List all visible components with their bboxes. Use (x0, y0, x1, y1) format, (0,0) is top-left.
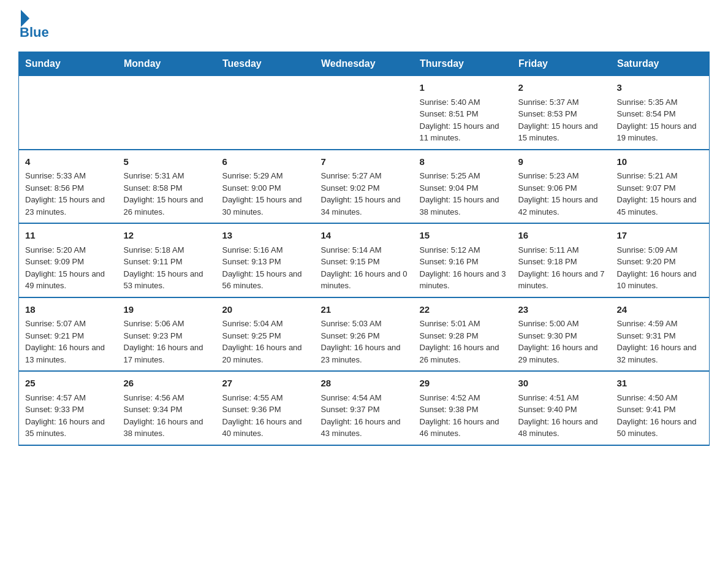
day-info: Sunrise: 4:56 AM Sunset: 9:34 PM Dayligh… (124, 392, 210, 440)
day-number: 2 (518, 81, 605, 95)
calendar-day-cell: 3Sunrise: 5:35 AM Sunset: 8:54 PM Daylig… (611, 76, 710, 150)
day-info: Sunrise: 5:16 AM Sunset: 9:13 PM Dayligh… (222, 244, 309, 292)
day-info: Sunrise: 5:23 AM Sunset: 9:06 PM Dayligh… (518, 170, 605, 218)
day-number: 9 (518, 155, 605, 169)
day-info: Sunrise: 4:57 AM Sunset: 9:33 PM Dayligh… (25, 392, 112, 440)
day-number: 31 (617, 377, 703, 391)
day-number: 8 (420, 155, 506, 169)
logo: Blue (18, 12, 49, 40)
day-info: Sunrise: 4:54 AM Sunset: 9:37 PM Dayligh… (321, 392, 408, 440)
day-info: Sunrise: 5:18 AM Sunset: 9:11 PM Dayligh… (124, 244, 210, 292)
day-info: Sunrise: 5:06 AM Sunset: 9:23 PM Dayligh… (124, 318, 210, 366)
calendar-day-cell: 30Sunrise: 4:51 AM Sunset: 9:40 PM Dayli… (512, 371, 611, 445)
day-number: 23 (518, 303, 605, 317)
day-number: 11 (25, 229, 112, 243)
day-number: 19 (124, 303, 210, 317)
day-info: Sunrise: 5:07 AM Sunset: 9:21 PM Dayligh… (25, 318, 112, 366)
page-header: Blue (18, 12, 710, 40)
day-info: Sunrise: 5:25 AM Sunset: 9:04 PM Dayligh… (420, 170, 506, 218)
calendar-day-cell: 22Sunrise: 5:01 AM Sunset: 9:28 PM Dayli… (414, 297, 512, 372)
calendar-week-row: 1Sunrise: 5:40 AM Sunset: 8:51 PM Daylig… (19, 76, 710, 150)
day-number: 25 (25, 377, 112, 391)
weekday-header-friday: Friday (512, 52, 611, 76)
day-info: Sunrise: 5:11 AM Sunset: 9:18 PM Dayligh… (518, 244, 605, 292)
day-info: Sunrise: 5:12 AM Sunset: 9:16 PM Dayligh… (420, 244, 506, 292)
calendar-week-row: 25Sunrise: 4:57 AM Sunset: 9:33 PM Dayli… (19, 371, 710, 445)
day-number: 1 (420, 81, 506, 95)
calendar-day-cell: 4Sunrise: 5:33 AM Sunset: 8:56 PM Daylig… (19, 150, 118, 224)
day-number: 21 (321, 303, 408, 317)
day-info: Sunrise: 5:31 AM Sunset: 8:58 PM Dayligh… (124, 170, 210, 218)
day-number: 13 (222, 229, 309, 243)
day-info: Sunrise: 5:00 AM Sunset: 9:30 PM Dayligh… (518, 318, 605, 366)
day-info: Sunrise: 4:51 AM Sunset: 9:40 PM Dayligh… (518, 392, 605, 440)
day-number: 10 (617, 155, 703, 169)
calendar-day-cell: 15Sunrise: 5:12 AM Sunset: 9:16 PM Dayli… (414, 223, 512, 297)
calendar-day-cell: 14Sunrise: 5:14 AM Sunset: 9:15 PM Dayli… (315, 223, 414, 297)
day-number: 12 (124, 229, 210, 243)
day-info: Sunrise: 5:40 AM Sunset: 8:51 PM Dayligh… (420, 96, 506, 144)
logo-bottom-text: Blue (20, 25, 49, 40)
calendar-day-cell: 7Sunrise: 5:27 AM Sunset: 9:02 PM Daylig… (315, 150, 414, 224)
day-number: 24 (617, 303, 703, 317)
calendar-day-cell: 21Sunrise: 5:03 AM Sunset: 9:26 PM Dayli… (315, 297, 414, 372)
day-number: 28 (321, 377, 408, 391)
day-info: Sunrise: 5:27 AM Sunset: 9:02 PM Dayligh… (321, 170, 408, 218)
day-number: 16 (518, 229, 605, 243)
day-number: 5 (124, 155, 210, 169)
calendar-day-cell: 9Sunrise: 5:23 AM Sunset: 9:06 PM Daylig… (512, 150, 611, 224)
day-info: Sunrise: 5:29 AM Sunset: 9:00 PM Dayligh… (222, 170, 309, 218)
calendar-day-cell: 1Sunrise: 5:40 AM Sunset: 8:51 PM Daylig… (414, 76, 512, 150)
calendar-day-cell: 26Sunrise: 4:56 AM Sunset: 9:34 PM Dayli… (118, 371, 216, 445)
day-info: Sunrise: 5:35 AM Sunset: 8:54 PM Dayligh… (617, 96, 703, 144)
day-number: 18 (25, 303, 112, 317)
calendar-day-cell (315, 76, 414, 150)
day-info: Sunrise: 4:55 AM Sunset: 9:36 PM Dayligh… (222, 392, 309, 440)
calendar-day-cell: 10Sunrise: 5:21 AM Sunset: 9:07 PM Dayli… (611, 150, 710, 224)
day-number: 22 (420, 303, 506, 317)
day-info: Sunrise: 4:52 AM Sunset: 9:38 PM Dayligh… (420, 392, 506, 440)
day-info: Sunrise: 5:14 AM Sunset: 9:15 PM Dayligh… (321, 244, 408, 292)
weekday-header-monday: Monday (118, 52, 216, 76)
calendar-table: SundayMondayTuesdayWednesdayThursdayFrid… (18, 52, 710, 446)
day-number: 3 (617, 81, 703, 95)
calendar-week-row: 18Sunrise: 5:07 AM Sunset: 9:21 PM Dayli… (19, 297, 710, 372)
calendar-day-cell: 18Sunrise: 5:07 AM Sunset: 9:21 PM Dayli… (19, 297, 118, 372)
calendar-day-cell: 28Sunrise: 4:54 AM Sunset: 9:37 PM Dayli… (315, 371, 414, 445)
day-info: Sunrise: 5:09 AM Sunset: 9:20 PM Dayligh… (617, 244, 703, 292)
day-info: Sunrise: 5:37 AM Sunset: 8:53 PM Dayligh… (518, 96, 605, 144)
calendar-day-cell: 24Sunrise: 4:59 AM Sunset: 9:31 PM Dayli… (611, 297, 710, 372)
calendar-day-cell: 12Sunrise: 5:18 AM Sunset: 9:11 PM Dayli… (118, 223, 216, 297)
day-number: 4 (25, 155, 112, 169)
calendar-day-cell: 23Sunrise: 5:00 AM Sunset: 9:30 PM Dayli… (512, 297, 611, 372)
calendar-day-cell: 11Sunrise: 5:20 AM Sunset: 9:09 PM Dayli… (19, 223, 118, 297)
calendar-day-cell: 27Sunrise: 4:55 AM Sunset: 9:36 PM Dayli… (216, 371, 315, 445)
weekday-header-saturday: Saturday (611, 52, 710, 76)
calendar-day-cell: 6Sunrise: 5:29 AM Sunset: 9:00 PM Daylig… (216, 150, 315, 224)
day-number: 30 (518, 377, 605, 391)
day-number: 7 (321, 155, 408, 169)
calendar-day-cell: 29Sunrise: 4:52 AM Sunset: 9:38 PM Dayli… (414, 371, 512, 445)
day-number: 29 (420, 377, 506, 391)
day-info: Sunrise: 5:01 AM Sunset: 9:28 PM Dayligh… (420, 318, 506, 366)
day-number: 20 (222, 303, 309, 317)
weekday-header-sunday: Sunday (19, 52, 118, 76)
day-info: Sunrise: 5:20 AM Sunset: 9:09 PM Dayligh… (25, 244, 112, 292)
day-number: 26 (124, 377, 210, 391)
day-info: Sunrise: 5:03 AM Sunset: 9:26 PM Dayligh… (321, 318, 408, 366)
calendar-day-cell (216, 76, 315, 150)
day-info: Sunrise: 5:21 AM Sunset: 9:07 PM Dayligh… (617, 170, 703, 218)
calendar-day-cell (19, 76, 118, 150)
weekday-header-tuesday: Tuesday (216, 52, 315, 76)
day-number: 14 (321, 229, 408, 243)
day-info: Sunrise: 5:04 AM Sunset: 9:25 PM Dayligh… (222, 318, 309, 366)
day-info: Sunrise: 5:33 AM Sunset: 8:56 PM Dayligh… (25, 170, 112, 218)
calendar-day-cell: 19Sunrise: 5:06 AM Sunset: 9:23 PM Dayli… (118, 297, 216, 372)
calendar-day-cell: 25Sunrise: 4:57 AM Sunset: 9:33 PM Dayli… (19, 371, 118, 445)
weekday-header-thursday: Thursday (414, 52, 512, 76)
calendar-day-cell: 2Sunrise: 5:37 AM Sunset: 8:53 PM Daylig… (512, 76, 611, 150)
day-number: 17 (617, 229, 703, 243)
calendar-day-cell: 16Sunrise: 5:11 AM Sunset: 9:18 PM Dayli… (512, 223, 611, 297)
calendar-day-cell: 20Sunrise: 5:04 AM Sunset: 9:25 PM Dayli… (216, 297, 315, 372)
calendar-day-cell: 17Sunrise: 5:09 AM Sunset: 9:20 PM Dayli… (611, 223, 710, 297)
